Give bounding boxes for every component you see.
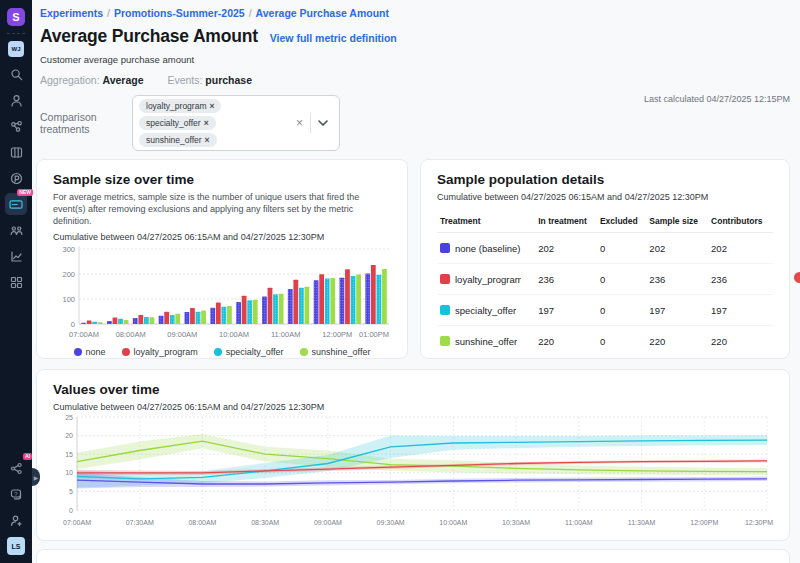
table-row: specialty_offer 197 0 197 197 [437, 295, 773, 326]
values-over-time-card: Values over time Cumulative between 04/2… [36, 369, 790, 541]
comparison-treatments-label: Comparison treatments [40, 111, 132, 135]
svg-text:01:00PM: 01:00PM [359, 330, 389, 339]
audiences-icon[interactable] [5, 219, 27, 241]
users-icon[interactable] [5, 89, 27, 111]
treatment-color-swatch [440, 305, 450, 315]
svg-text:15: 15 [65, 451, 73, 458]
svg-text:100: 100 [62, 295, 75, 304]
svg-text:07:00AM: 07:00AM [63, 519, 91, 526]
card-title: Sample size over time [53, 172, 391, 187]
page-header: Experiments/Promotions-Summer-2025/Avera… [32, 0, 800, 151]
chart-legend: none loyalty_program specialty_offer sun… [53, 347, 391, 357]
chip-specialty-offer[interactable]: specialty_offer× [139, 116, 216, 130]
user-avatar[interactable]: LS [7, 537, 25, 555]
svg-text:08:00AM: 08:00AM [188, 519, 216, 526]
svg-text:25: 25 [65, 414, 73, 421]
pulse-p-icon[interactable] [5, 167, 27, 189]
experiments-icon-active[interactable]: NEW [5, 193, 27, 215]
edge-notification-dot[interactable] [794, 272, 800, 283]
card-title: Sample population details [437, 172, 773, 187]
table-row: none (baseline) 202 0 202 202 [437, 233, 773, 264]
svg-text:0: 0 [71, 320, 75, 329]
ai-badge: AI [23, 453, 32, 460]
svg-text:?: ? [14, 490, 18, 496]
svg-text:09:30AM: 09:30AM [377, 519, 405, 526]
metrics-chart-icon[interactable] [5, 245, 27, 267]
dashboard-grid-icon[interactable] [5, 271, 27, 293]
svg-text:09:00AM: 09:00AM [314, 519, 342, 526]
treatment-color-swatch [440, 274, 450, 284]
legend-specialty-offer[interactable]: specialty_offer [214, 347, 284, 357]
clear-selection-icon[interactable]: × [289, 116, 310, 130]
remove-chip-icon[interactable]: × [204, 118, 209, 128]
svg-text:5: 5 [69, 488, 73, 495]
dropdown-chevron-icon[interactable] [311, 120, 335, 126]
aggregation-label: Aggregation: [40, 74, 100, 86]
treatment-color-swatch [440, 336, 450, 346]
sample-population-card: Sample population details Cumulative bet… [420, 159, 790, 359]
svg-text:20: 20 [65, 432, 73, 439]
card-title: Values over time [53, 382, 773, 397]
workspace-avatar[interactable]: WJ [8, 41, 24, 57]
sample-size-range: Cumulative between 04/27/2025 06:15AM an… [53, 232, 391, 242]
aggregation-value: Average [102, 74, 143, 86]
statsig-logo-icon[interactable]: S [7, 8, 25, 26]
help-icon[interactable]: ? [5, 483, 27, 505]
svg-text:10:00AM: 10:00AM [439, 519, 467, 526]
breadcrumb-experiment-name[interactable]: Promotions-Summer-2025 [114, 7, 245, 19]
svg-text:10:30AM: 10:30AM [502, 519, 530, 526]
search-icon[interactable] [5, 63, 27, 85]
sample-size-bar-chart: 010020030007:00AM08:00AM09:00AM10:00AM11… [53, 242, 393, 340]
legend-none[interactable]: none [74, 347, 106, 357]
svg-text:200: 200 [62, 270, 75, 279]
treatment-chips: loyalty_program× specialty_offer× sunshi… [139, 99, 289, 147]
values-range: Cumulative between 04/27/2025 06:15AM an… [53, 402, 773, 412]
treatment-color-swatch [440, 243, 450, 253]
new-badge: NEW [17, 189, 33, 196]
view-metric-definition-link[interactable]: View full metric definition [270, 32, 397, 44]
svg-text:10: 10 [65, 469, 73, 476]
breadcrumb-metric-name[interactable]: Average Purchase Amount [256, 7, 389, 19]
svg-text:12:00PM: 12:00PM [322, 330, 352, 339]
breadcrumb-experiments[interactable]: Experiments [40, 7, 103, 19]
legend-sunshine-offer[interactable]: sunshine_offer [300, 347, 371, 357]
last-calculated: Last calculated 04/27/2025 12:15PM [644, 94, 790, 104]
main-content: Experiments/Promotions-Summer-2025/Avera… [32, 0, 800, 563]
population-range: Cumulative between 04/27/2025 06:15AM an… [437, 192, 773, 202]
sidebar-divider [7, 33, 25, 34]
chip-loyalty-program[interactable]: loyalty_program× [139, 99, 221, 113]
events-label: Events: [167, 74, 202, 86]
table-row: loyalty_program 236 0 236 236 [437, 264, 773, 295]
remove-chip-icon[interactable]: × [205, 135, 210, 145]
legend-loyalty-program[interactable]: loyalty_program [122, 347, 198, 357]
page-title: Average Purchase Amount [40, 26, 258, 47]
svg-text:07:00AM: 07:00AM [69, 330, 99, 339]
svg-text:300: 300 [62, 245, 75, 254]
breadcrumb: Experiments/Promotions-Summer-2025/Avera… [40, 7, 790, 19]
svg-text:11:00AM: 11:00AM [271, 330, 300, 339]
sample-size-description: For average metrics, sample size is the … [53, 191, 391, 227]
metric-meta: Aggregation: Average Events: purchase [40, 74, 790, 86]
segments-icon[interactable] [5, 115, 27, 137]
svg-text:08:30AM: 08:30AM [251, 519, 279, 526]
svg-text:11:00AM: 11:00AM [565, 519, 593, 526]
invite-user-icon[interactable] [5, 509, 27, 531]
chip-sunshine-offer[interactable]: sunshine_offer× [139, 133, 217, 147]
events-value: purchase [205, 74, 252, 86]
table-row: sunshine_offer 220 0 220 220 [437, 326, 773, 357]
svg-text:11:30AM: 11:30AM [628, 519, 656, 526]
svg-text:12:30PM: 12:30PM [745, 519, 773, 526]
svg-text:08:00AM: 08:00AM [116, 330, 146, 339]
sidebar: S WJ NEW AI ? LS [0, 0, 32, 563]
remove-chip-icon[interactable]: × [209, 101, 214, 111]
svg-text:07:30AM: 07:30AM [126, 519, 154, 526]
svg-text:09:00AM: 09:00AM [167, 330, 197, 339]
svg-text:10:00AM: 10:00AM [219, 330, 249, 339]
population-table: Treatment In treatment Excluded Sample s… [437, 210, 773, 356]
ai-share-icon[interactable]: AI [5, 457, 27, 479]
treatments-select[interactable]: loyalty_program× specialty_offer× sunshi… [132, 95, 340, 151]
svg-text:0: 0 [69, 507, 73, 514]
columns-icon[interactable] [5, 141, 27, 163]
metric-subtitle: Customer average purchase amount [40, 54, 790, 65]
svg-text:12:00PM: 12:00PM [690, 519, 718, 526]
